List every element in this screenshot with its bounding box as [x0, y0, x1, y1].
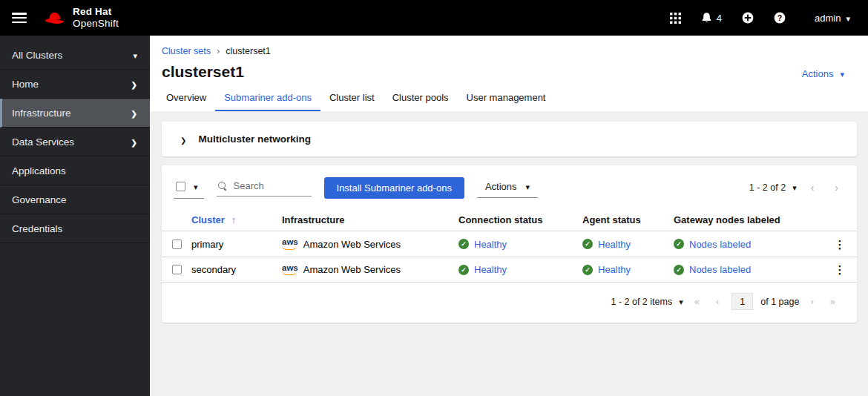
- nav-toggle-icon[interactable]: [12, 13, 27, 23]
- cluster-context-switcher[interactable]: All Clusters: [0, 41, 150, 70]
- previous-page-button[interactable]: ‹: [711, 296, 724, 307]
- items-per-page-menu[interactable]: 1 - 2 of 2 items: [611, 297, 683, 307]
- tab-cluster-pools[interactable]: Cluster pools: [384, 88, 458, 111]
- sidebar-item-governance[interactable]: Governance: [0, 185, 150, 214]
- next-page-button[interactable]: ›: [828, 182, 845, 194]
- bulk-select-dropdown[interactable]: [174, 176, 204, 199]
- sidebar-item-infrastructure[interactable]: Infrastructure: [0, 99, 150, 128]
- search-icon: [218, 182, 227, 191]
- row-kebab-menu-icon[interactable]: [835, 239, 846, 250]
- sort-ascending-icon: [231, 214, 236, 225]
- connection-status-link[interactable]: Healthy: [474, 239, 507, 250]
- breadcrumb-separator-icon: [217, 45, 220, 56]
- expand-chevron-icon[interactable]: [180, 133, 186, 146]
- app-launcher-grid-icon: [670, 13, 681, 24]
- column-header-gateway-nodes[interactable]: Gateway nodes labeled: [674, 214, 823, 225]
- submariner-table-card: Install Submariner add-ons Actions 1 - 2…: [162, 165, 857, 323]
- column-header-cluster[interactable]: Cluster: [191, 214, 282, 225]
- caret-down-icon: [526, 181, 530, 192]
- create-button[interactable]: [742, 12, 754, 24]
- sidebar-item-label: Infrastructure: [12, 108, 71, 119]
- brand-name: Red Hat: [73, 6, 119, 18]
- table-actions-dropdown[interactable]: Actions: [477, 178, 538, 198]
- top-pagination-label: 1 - 2 of 2: [749, 182, 786, 193]
- context-switcher-label: All Clusters: [12, 50, 62, 61]
- row-checkbox[interactable]: [172, 240, 182, 249]
- column-header-infrastructure[interactable]: Infrastructure: [282, 214, 458, 225]
- caret-down-icon: [840, 68, 844, 79]
- breadcrumb-link-cluster-sets[interactable]: Cluster sets: [162, 46, 211, 56]
- chevron-right-icon: [131, 136, 137, 148]
- help-button[interactable]: ?: [774, 12, 786, 24]
- main-content: Cluster sets clusterset1 clusterset1 Act…: [150, 36, 868, 396]
- column-header-connection-status[interactable]: Connection status: [458, 214, 582, 225]
- username: admin: [815, 13, 841, 24]
- sidebar-item-home[interactable]: Home: [0, 70, 150, 99]
- healthy-status-icon: [582, 265, 593, 275]
- table-header-row: Cluster Infrastructure Connection status…: [162, 208, 857, 231]
- chevron-right-icon: [131, 108, 137, 119]
- sidebar-item-label: Governance: [12, 194, 67, 205]
- search-box: [217, 179, 312, 197]
- masthead: Red Hat OpenShift 4: [0, 0, 868, 36]
- notification-count: 4: [717, 13, 722, 24]
- sidebar-item-label: Home: [12, 79, 39, 90]
- top-pagination-menu[interactable]: 1 - 2 of 2: [749, 182, 797, 193]
- healthy-status-icon: [674, 265, 684, 275]
- previous-page-button[interactable]: ‹: [804, 182, 821, 194]
- row-kebab-menu-icon[interactable]: [835, 264, 846, 275]
- redhat-fedora-icon: [43, 9, 67, 27]
- search-input[interactable]: [234, 180, 300, 191]
- tab-user-management[interactable]: User management: [458, 88, 555, 111]
- multicluster-networking-expandable[interactable]: Multicluster networking: [162, 122, 857, 156]
- sidebar-item-credentials[interactable]: Credentials: [0, 214, 150, 243]
- question-circle-icon: ?: [774, 12, 786, 24]
- plus-circle-icon: [742, 12, 754, 24]
- last-page-button[interactable]: »: [825, 296, 841, 307]
- tab-cluster-list[interactable]: Cluster list: [320, 88, 384, 111]
- items-range-label: 1 - 2 of 2 items: [611, 297, 672, 307]
- notifications-button[interactable]: 4: [701, 12, 722, 24]
- top-pagination: 1 - 2 of 2 ‹ ›: [749, 182, 845, 194]
- caret-down-icon: [194, 179, 198, 193]
- tab-overview[interactable]: Overview: [157, 88, 215, 111]
- aws-logo-icon: aws: [282, 264, 298, 276]
- column-header-agent-status[interactable]: Agent status: [582, 214, 674, 225]
- gateway-nodes-link[interactable]: Nodes labeled: [689, 264, 751, 275]
- table-row-secondary: secondary aws Amazon Web Services Health…: [162, 257, 857, 283]
- agent-status-link[interactable]: Healthy: [598, 239, 631, 250]
- table-row-primary: primary aws Amazon Web Services Healthy: [162, 231, 857, 257]
- brand-logo: Red Hat OpenShift: [43, 6, 119, 29]
- sidebar-item-label: Applications: [12, 165, 66, 176]
- page-actions-label: Actions: [802, 68, 834, 79]
- page-title: clusterset1: [162, 63, 244, 81]
- row-checkbox[interactable]: [172, 265, 182, 274]
- healthy-status-icon: [458, 239, 469, 249]
- tab-submariner-add-ons[interactable]: Submariner add-ons: [215, 88, 320, 111]
- bottom-pagination: 1 - 2 of 2 items « ‹ of 1 page › »: [162, 283, 857, 323]
- table-actions-label: Actions: [485, 181, 517, 192]
- first-page-button[interactable]: «: [689, 296, 705, 307]
- install-submariner-button[interactable]: Install Submariner add-ons: [324, 177, 464, 199]
- current-page-input[interactable]: [731, 293, 753, 310]
- expandable-section-title: Multicluster networking: [198, 133, 311, 145]
- next-page-button[interactable]: ›: [805, 296, 818, 307]
- app-launcher-button[interactable]: [670, 13, 681, 24]
- select-all-checkbox[interactable]: [176, 182, 185, 191]
- connection-status-link[interactable]: Healthy: [474, 264, 507, 275]
- openshift-console: Red Hat OpenShift 4: [0, 0, 868, 396]
- aws-logo-icon: aws: [282, 238, 298, 250]
- agent-status-link[interactable]: Healthy: [598, 264, 631, 275]
- user-menu[interactable]: admin: [815, 13, 850, 24]
- gateway-nodes-link[interactable]: Nodes labeled: [689, 239, 751, 250]
- bell-icon: [701, 12, 712, 24]
- page-actions-dropdown[interactable]: Actions: [802, 68, 844, 81]
- brand-text: Red Hat OpenShift: [73, 6, 119, 29]
- sidebar-item-applications[interactable]: Applications: [0, 156, 150, 185]
- provider-name: Amazon Web Services: [303, 239, 401, 250]
- sidebar-item-data-services[interactable]: Data Services: [0, 128, 150, 156]
- breadcrumb: Cluster sets clusterset1: [150, 45, 868, 56]
- caret-down-icon: [846, 13, 850, 24]
- chevron-right-icon: [131, 79, 137, 90]
- content-scroll-area: Multicluster networking Install Subma: [150, 111, 868, 396]
